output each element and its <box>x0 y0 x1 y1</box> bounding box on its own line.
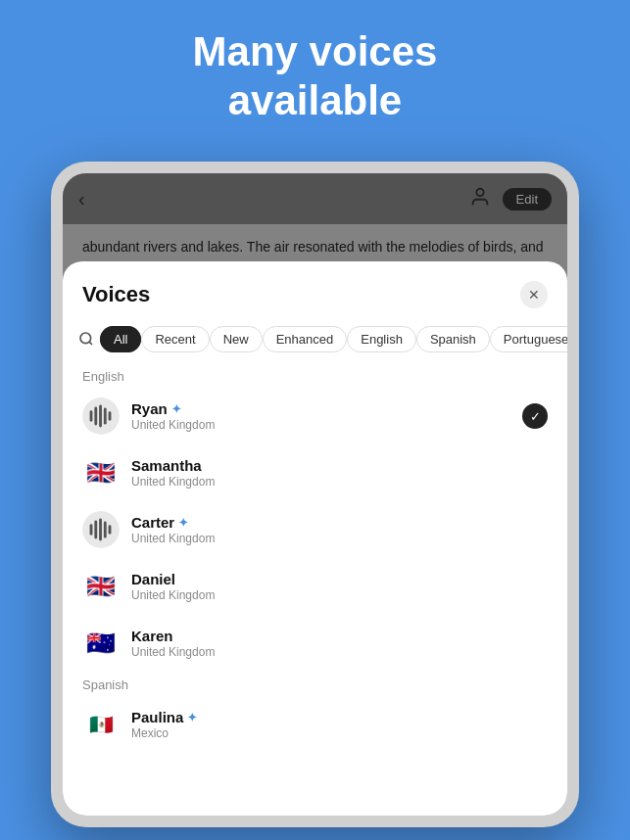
svg-rect-9 <box>90 524 93 535</box>
device-frame: ‹ Edit abundant rivers and lakes. The ai… <box>51 162 579 827</box>
section-spanish-header: Spanish <box>63 672 567 696</box>
header-line1: Many voices <box>193 28 438 74</box>
voice-country-karen: United Kingdom <box>131 645 548 659</box>
voice-avatar-samantha: 🇬🇧 <box>82 454 120 491</box>
section-english-header: English <box>63 363 567 388</box>
filter-pill-portuguese[interactable]: Portuguese <box>490 326 567 352</box>
check-icon-ryan: ✓ <box>522 403 548 429</box>
svg-rect-4 <box>94 407 97 426</box>
svg-rect-5 <box>99 405 102 428</box>
voice-badge-paulina: ✦ <box>187 711 197 724</box>
voice-item-daniel[interactable]: 🇬🇧DanielUnited Kingdom <box>63 558 567 615</box>
filter-pill-recent[interactable]: Recent <box>141 326 209 352</box>
voice-name-carter: Carter✦ <box>131 514 548 531</box>
voice-item-carter[interactable]: Carter✦United Kingdom <box>63 501 567 558</box>
voice-name-daniel: Daniel <box>131 571 548 587</box>
header-section: Many voices available <box>0 0 630 146</box>
filter-pill-new[interactable]: New <box>210 326 263 352</box>
voice-avatar-paulina: 🇲🇽 <box>82 706 120 743</box>
voice-name-paulina: Paulina ✦ <box>131 709 548 725</box>
voice-info-carter: Carter✦United Kingdom <box>131 514 548 545</box>
voice-info-samantha: SamanthaUnited Kingdom <box>131 457 548 489</box>
filter-pill-english[interactable]: English <box>347 326 416 352</box>
screen: ‹ Edit abundant rivers and lakes. The ai… <box>63 173 567 816</box>
filter-pill-spanish[interactable]: Spanish <box>416 326 490 352</box>
voice-item-karen[interactable]: 🇦🇺KarenUnited Kingdom <box>63 615 567 672</box>
filter-bar: AllRecentNewEnhancedEnglishSpanishPortug… <box>63 318 567 363</box>
voice-name-samantha: Samantha <box>131 457 548 474</box>
svg-rect-10 <box>94 521 97 539</box>
voice-country-samantha: United Kingdom <box>131 475 548 489</box>
modal-title: Voices <box>82 282 150 307</box>
voice-country-paulina: Mexico <box>131 726 548 740</box>
svg-rect-6 <box>104 407 107 424</box>
svg-point-1 <box>80 333 91 344</box>
voice-avatar-carter <box>82 511 120 548</box>
voice-name-karen: Karen <box>131 628 548 644</box>
voice-info-karen: KarenUnited Kingdom <box>131 628 548 659</box>
header-text: Many voices available <box>0 0 630 146</box>
voices-modal: Voices ✕ AllRecentNewEnhancedEnglishSpan… <box>63 261 567 816</box>
svg-rect-7 <box>109 411 112 421</box>
voice-info-ryan: Ryan✦United Kingdom <box>131 400 510 432</box>
voice-list: Ryan✦United Kingdom✓🇬🇧SamanthaUnited Kin… <box>63 388 567 672</box>
voice-name-ryan: Ryan✦ <box>131 400 510 417</box>
svg-rect-13 <box>109 525 112 535</box>
filter-pills: AllRecentNewEnhancedEnglishSpanishPortug… <box>100 330 567 348</box>
voice-badge-ryan: ✦ <box>171 402 181 416</box>
voice-info-daniel: DanielUnited Kingdom <box>131 571 548 602</box>
filter-pill-enhanced[interactable]: Enhanced <box>263 326 348 352</box>
voice-item-samantha[interactable]: 🇬🇧SamanthaUnited Kingdom <box>63 444 567 501</box>
voice-item-paulina[interactable]: 🇲🇽 Paulina ✦ Mexico <box>63 696 567 753</box>
modal-header: Voices ✕ <box>63 261 567 318</box>
voice-item-ryan[interactable]: Ryan✦United Kingdom✓ <box>63 388 567 444</box>
search-button[interactable] <box>78 324 94 353</box>
svg-rect-12 <box>104 521 107 537</box>
voice-country-daniel: United Kingdom <box>131 588 548 602</box>
voice-avatar-karen: 🇦🇺 <box>82 625 120 662</box>
close-button[interactable]: ✕ <box>520 281 548 308</box>
voice-avatar-ryan <box>82 397 120 435</box>
voice-badge-carter: ✦ <box>178 516 188 530</box>
voice-country-ryan: United Kingdom <box>131 418 510 432</box>
svg-rect-3 <box>90 410 93 421</box>
filter-pill-all[interactable]: All <box>100 326 141 352</box>
voice-country-carter: United Kingdom <box>131 532 548 545</box>
header-line2: available <box>228 77 402 123</box>
voice-avatar-daniel: 🇬🇧 <box>82 568 120 605</box>
voice-info-paulina: Paulina ✦ Mexico <box>131 709 548 740</box>
svg-rect-11 <box>99 519 102 541</box>
